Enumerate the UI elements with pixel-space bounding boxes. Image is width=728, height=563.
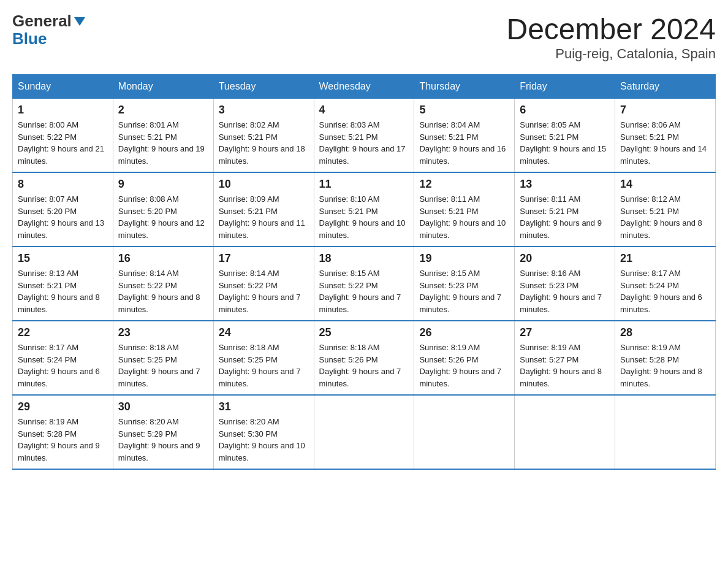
header-tuesday: Tuesday [213,75,314,99]
day-number: 22 [18,326,108,339]
day-info: Sunrise: 8:11 AMSunset: 5:21 PMDaylight:… [520,193,610,241]
day-info: Sunrise: 8:20 AMSunset: 5:29 PMDaylight:… [118,416,208,464]
calendar-cell: 31Sunrise: 8:20 AMSunset: 5:30 PMDayligh… [213,395,314,469]
day-number: 4 [319,104,409,117]
day-number: 10 [219,178,309,191]
calendar-cell: 5Sunrise: 8:04 AMSunset: 5:21 PMDaylight… [414,99,515,173]
day-info: Sunrise: 8:02 AMSunset: 5:21 PMDaylight:… [219,119,309,167]
logo: General Blue [12,12,86,47]
day-number: 16 [118,252,208,265]
day-info: Sunrise: 8:13 AMSunset: 5:21 PMDaylight:… [18,267,108,315]
day-number: 29 [18,400,108,413]
day-info: Sunrise: 8:05 AMSunset: 5:21 PMDaylight:… [520,119,610,167]
day-info: Sunrise: 8:04 AMSunset: 5:21 PMDaylight:… [419,119,509,167]
day-number: 8 [18,178,108,191]
calendar-cell: 9Sunrise: 8:08 AMSunset: 5:20 PMDaylight… [113,172,213,247]
calendar-cell: 22Sunrise: 8:17 AMSunset: 5:24 PMDayligh… [13,321,113,395]
day-number: 20 [520,252,610,265]
day-number: 3 [219,104,309,117]
day-info: Sunrise: 8:19 AMSunset: 5:26 PMDaylight:… [419,342,509,389]
logo-blue-text: Blue [12,29,47,48]
calendar-cell: 24Sunrise: 8:18 AMSunset: 5:25 PMDayligh… [213,321,314,395]
calendar-week-5: 29Sunrise: 8:19 AMSunset: 5:28 PMDayligh… [13,395,716,469]
day-number: 28 [620,326,710,339]
day-number: 17 [219,252,309,265]
calendar-subtitle: Puig-reig, Catalonia, Spain [506,46,716,62]
day-info: Sunrise: 8:10 AMSunset: 5:21 PMDaylight:… [319,193,409,241]
calendar-cell: 28Sunrise: 8:19 AMSunset: 5:28 PMDayligh… [615,321,716,395]
day-info: Sunrise: 8:20 AMSunset: 5:30 PMDaylight:… [219,416,309,464]
day-number: 13 [520,178,610,191]
calendar-cell: 4Sunrise: 8:03 AMSunset: 5:21 PMDaylight… [314,99,414,173]
day-info: Sunrise: 8:18 AMSunset: 5:25 PMDaylight:… [118,342,208,389]
day-number: 27 [520,326,610,339]
calendar-cell: 26Sunrise: 8:19 AMSunset: 5:26 PMDayligh… [414,321,515,395]
day-info: Sunrise: 8:12 AMSunset: 5:21 PMDaylight:… [620,193,710,241]
day-number: 25 [319,326,409,339]
calendar-cell: 25Sunrise: 8:18 AMSunset: 5:26 PMDayligh… [314,321,414,395]
calendar-cell: 13Sunrise: 8:11 AMSunset: 5:21 PMDayligh… [515,172,615,247]
day-info: Sunrise: 8:19 AMSunset: 5:27 PMDaylight:… [520,342,610,389]
calendar-week-3: 15Sunrise: 8:13 AMSunset: 5:21 PMDayligh… [13,247,716,321]
calendar-cell [414,395,515,469]
header-thursday: Thursday [414,75,515,99]
calendar-cell: 15Sunrise: 8:13 AMSunset: 5:21 PMDayligh… [13,247,113,321]
day-info: Sunrise: 8:01 AMSunset: 5:21 PMDaylight:… [118,119,208,167]
calendar-cell: 12Sunrise: 8:11 AMSunset: 5:21 PMDayligh… [414,172,515,247]
calendar-cell: 10Sunrise: 8:09 AMSunset: 5:21 PMDayligh… [213,172,314,247]
day-info: Sunrise: 8:17 AMSunset: 5:24 PMDaylight:… [620,267,710,315]
day-number: 1 [18,104,108,117]
calendar-cell: 21Sunrise: 8:17 AMSunset: 5:24 PMDayligh… [615,247,716,321]
day-number: 14 [620,178,710,191]
header-monday: Monday [113,75,213,99]
day-number: 24 [219,326,309,339]
day-info: Sunrise: 8:19 AMSunset: 5:28 PMDaylight:… [620,342,710,389]
day-info: Sunrise: 8:18 AMSunset: 5:26 PMDaylight:… [319,342,409,389]
calendar-cell: 19Sunrise: 8:15 AMSunset: 5:23 PMDayligh… [414,247,515,321]
calendar-cell: 6Sunrise: 8:05 AMSunset: 5:21 PMDaylight… [515,99,615,173]
calendar-cell: 30Sunrise: 8:20 AMSunset: 5:29 PMDayligh… [113,395,213,469]
day-info: Sunrise: 8:15 AMSunset: 5:23 PMDaylight:… [419,267,509,315]
logo-triangle-icon [73,15,86,28]
logo-general-text: General [12,12,72,30]
day-info: Sunrise: 8:16 AMSunset: 5:23 PMDaylight:… [520,267,610,315]
day-number: 26 [419,326,509,339]
day-number: 31 [219,400,309,413]
calendar-cell [515,395,615,469]
day-info: Sunrise: 8:08 AMSunset: 5:20 PMDaylight:… [118,193,208,241]
header-friday: Friday [515,75,615,99]
day-info: Sunrise: 8:03 AMSunset: 5:21 PMDaylight:… [319,119,409,167]
calendar-cell [615,395,716,469]
day-info: Sunrise: 8:17 AMSunset: 5:24 PMDaylight:… [18,342,108,389]
title-block: December 2024 Puig-reig, Catalonia, Spai… [506,12,716,62]
day-number: 30 [118,400,208,413]
calendar-table: SundayMondayTuesdayWednesdayThursdayFrid… [12,74,716,470]
day-number: 5 [419,104,509,117]
day-number: 15 [18,252,108,265]
day-number: 21 [620,252,710,265]
calendar-cell: 14Sunrise: 8:12 AMSunset: 5:21 PMDayligh… [615,172,716,247]
day-number: 19 [419,252,509,265]
calendar-cell: 7Sunrise: 8:06 AMSunset: 5:21 PMDaylight… [615,99,716,173]
calendar-title: December 2024 [506,12,716,46]
header-wednesday: Wednesday [314,75,414,99]
day-info: Sunrise: 8:15 AMSunset: 5:22 PMDaylight:… [319,267,409,315]
day-info: Sunrise: 8:11 AMSunset: 5:21 PMDaylight:… [419,193,509,241]
calendar-cell: 11Sunrise: 8:10 AMSunset: 5:21 PMDayligh… [314,172,414,247]
calendar-cell: 16Sunrise: 8:14 AMSunset: 5:22 PMDayligh… [113,247,213,321]
day-number: 6 [520,104,610,117]
calendar-cell: 3Sunrise: 8:02 AMSunset: 5:21 PMDaylight… [213,99,314,173]
day-info: Sunrise: 8:00 AMSunset: 5:22 PMDaylight:… [18,119,108,167]
day-info: Sunrise: 8:06 AMSunset: 5:21 PMDaylight:… [620,119,710,167]
calendar-cell: 1Sunrise: 8:00 AMSunset: 5:22 PMDaylight… [13,99,113,173]
calendar-header-row: SundayMondayTuesdayWednesdayThursdayFrid… [13,75,716,99]
calendar-cell: 27Sunrise: 8:19 AMSunset: 5:27 PMDayligh… [515,321,615,395]
day-info: Sunrise: 8:14 AMSunset: 5:22 PMDaylight:… [219,267,309,315]
day-number: 23 [118,326,208,339]
day-number: 2 [118,104,208,117]
day-number: 18 [319,252,409,265]
day-number: 12 [419,178,509,191]
calendar-cell: 17Sunrise: 8:14 AMSunset: 5:22 PMDayligh… [213,247,314,321]
calendar-cell: 2Sunrise: 8:01 AMSunset: 5:21 PMDaylight… [113,99,213,173]
calendar-cell [314,395,414,469]
